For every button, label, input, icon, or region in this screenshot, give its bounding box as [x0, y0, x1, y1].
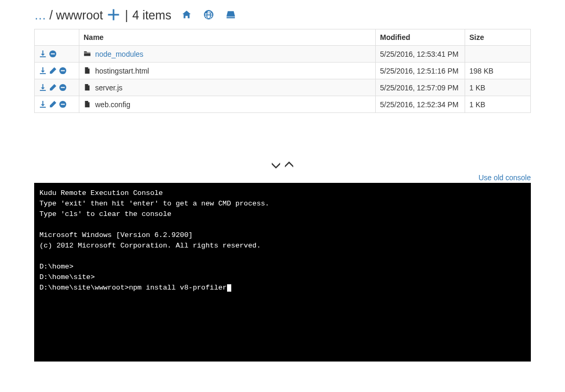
table-row: hostingstart.html5/25/2016, 12:51:16 PM1…: [35, 63, 531, 79]
modified-cell: 5/25/2016, 12:52:34 PM: [376, 96, 465, 113]
col-header-size[interactable]: Size: [465, 29, 531, 46]
file-icon: [84, 67, 91, 75]
folder-icon: [84, 50, 91, 58]
folder-link[interactable]: node_modules: [95, 50, 143, 58]
file-name: hostingstart.html: [95, 67, 149, 75]
table-row: node_modules5/25/2016, 12:53:41 PM: [35, 46, 531, 63]
breadcrumb-parent-link[interactable]: …: [34, 8, 46, 23]
item-count: 4 items: [132, 8, 171, 23]
delete-icon[interactable]: [59, 83, 67, 92]
delete-icon[interactable]: [59, 66, 67, 75]
file-icon: [84, 100, 91, 109]
breadcrumb-current: wwwroot: [56, 8, 102, 23]
size-cell: 1 KB: [465, 79, 531, 96]
file-icon: [84, 84, 91, 92]
edit-icon[interactable]: [49, 100, 57, 109]
size-cell: [465, 46, 531, 63]
svg-rect-7: [61, 104, 65, 105]
table-row: server.js5/25/2016, 12:57:09 PM1 KB: [35, 79, 531, 96]
download-icon[interactable]: [39, 83, 47, 92]
col-header-actions: [35, 29, 79, 46]
svg-rect-3: [61, 70, 65, 71]
delete-icon[interactable]: [49, 49, 57, 58]
svg-rect-1: [51, 53, 55, 54]
home-icon[interactable]: [182, 10, 191, 21]
svg-rect-5: [61, 87, 65, 88]
disk-icon[interactable]: [226, 10, 235, 21]
size-cell: 198 KB: [465, 63, 531, 79]
add-icon[interactable]: [107, 8, 120, 23]
col-header-name[interactable]: Name: [79, 29, 376, 46]
cursor: [227, 284, 231, 292]
edit-icon[interactable]: [49, 83, 57, 92]
console[interactable]: Kudu Remote Execution Console Type 'exit…: [34, 183, 531, 362]
table-row: web.config5/25/2016, 12:52:34 PM1 KB: [35, 96, 531, 113]
breadcrumb-separator: /: [49, 8, 53, 23]
globe-icon[interactable]: [204, 10, 213, 21]
breadcrumb: … / wwwroot | 4 items: [34, 8, 531, 23]
console-toggle: [34, 160, 531, 171]
download-icon[interactable]: [39, 49, 47, 58]
modified-cell: 5/25/2016, 12:51:16 PM: [376, 63, 465, 79]
chevron-down-icon[interactable]: [271, 160, 283, 171]
edit-icon[interactable]: [49, 66, 57, 75]
delete-icon[interactable]: [59, 100, 67, 109]
col-header-modified[interactable]: Modified: [376, 29, 465, 46]
file-name: web.config: [95, 100, 130, 109]
size-cell: 1 KB: [465, 96, 531, 113]
download-icon[interactable]: [39, 66, 47, 75]
file-table: Name Modified Size node_modules5/25/2016…: [34, 29, 531, 113]
chevron-up-icon[interactable]: [284, 160, 294, 171]
modified-cell: 5/25/2016, 12:53:41 PM: [376, 46, 465, 63]
modified-cell: 5/25/2016, 12:57:09 PM: [376, 79, 465, 96]
use-old-console-link[interactable]: Use old console: [34, 173, 531, 182]
download-icon[interactable]: [39, 100, 47, 109]
breadcrumb-divider: |: [125, 8, 128, 23]
file-name: server.js: [95, 84, 122, 92]
